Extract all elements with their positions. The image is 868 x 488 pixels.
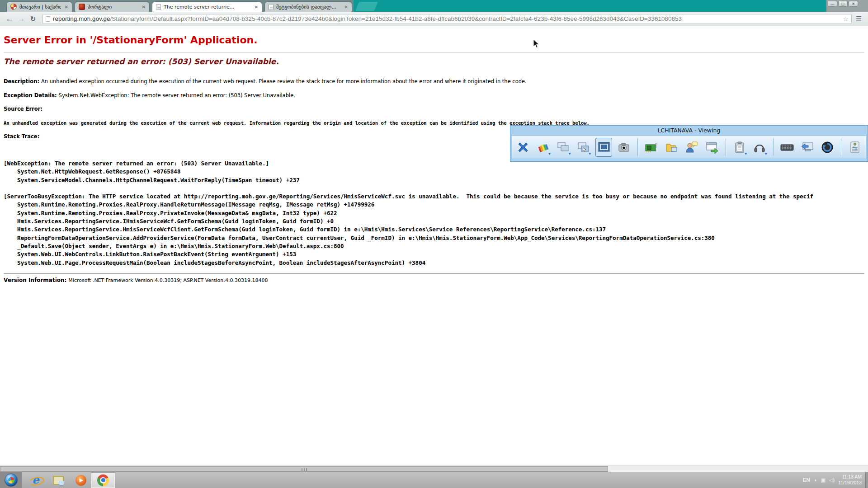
window-mode-button[interactable]: ▼: [555, 138, 572, 157]
toolbar-separator: [637, 138, 638, 156]
window-controls: — ▢ ✕: [828, 1, 858, 7]
clipboard-button[interactable]: ▼: [731, 138, 748, 157]
language-indicator[interactable]: EN: [803, 477, 810, 483]
new-tab-button[interactable]: [355, 2, 378, 11]
tab-shetyobinebis[interactable]: შეტყობინების დათვალ... ✕: [264, 1, 352, 12]
system-tray: EN ▲ ▣ ◁) 11:13 AM 11/19/2013: [803, 472, 865, 488]
portal-favicon: [79, 4, 85, 10]
tab-portali[interactable]: პორტალი ✕: [75, 1, 150, 12]
forward-icon[interactable]: →: [15, 14, 27, 23]
toolbar-separator: [773, 138, 774, 156]
exception-line: Exception Details:System.Net.WebExceptio…: [4, 92, 864, 99]
tab-title: The remote server returne...: [164, 4, 251, 10]
error-subtitle: The remote server returned an error: (50…: [4, 57, 864, 66]
remote-viewer-toolbar: LCHITANAVA - Viewing ▼ ▼: [510, 125, 868, 162]
disconnect-icon: [517, 141, 529, 154]
taskbar: e ▶: [0, 472, 868, 488]
file-transfer-button[interactable]: [663, 138, 680, 157]
taskbar-item-internet-explorer[interactable]: e: [26, 472, 45, 488]
bookmark-star-icon[interactable]: ☆: [843, 15, 849, 23]
taskbar-item-chrome-active[interactable]: [91, 473, 115, 488]
tab-remote-server-error[interactable]: The remote server returne... ✕: [152, 1, 262, 12]
taskbar-item-media-player[interactable]: ▶: [71, 472, 90, 488]
tab-close-icon[interactable]: ✕: [64, 5, 69, 9]
description-line: Description:An unhandled exception occur…: [4, 78, 864, 84]
stretch-mode-button[interactable]: ▼: [575, 138, 592, 157]
fullscreen-button[interactable]: [595, 138, 613, 157]
reload-icon[interactable]: ↻: [27, 15, 39, 23]
divider: [4, 273, 864, 274]
page-icon: [46, 16, 50, 22]
show-desktop-button[interactable]: [865, 472, 868, 488]
keyboard-button[interactable]: [778, 138, 796, 157]
reconnect-button[interactable]: [819, 138, 836, 157]
tab-strip-background: [354, 0, 826, 12]
chat-icon: [685, 141, 698, 154]
page-title: Server Error in '/StationaryForm' Applic…: [4, 34, 864, 46]
viewer-title: LCHITANAVA - Viewing: [510, 126, 868, 135]
settings-button[interactable]: [846, 138, 863, 157]
description-text: An unhandled exception occurred during t…: [41, 78, 527, 84]
scrollbar-grip: [302, 468, 307, 471]
disconnect-button[interactable]: [514, 138, 532, 157]
dropdown-arrow-icon: ▼: [588, 152, 592, 156]
blank-page-favicon: [156, 4, 161, 10]
tab-mtavari[interactable]: მთავარი | საქართველ... ✕: [6, 1, 72, 12]
tab-title: პორტალი: [88, 4, 138, 10]
taskbar-item-remote-app[interactable]: [49, 472, 68, 488]
settings-icon: [849, 141, 860, 154]
reconnect-icon: [821, 141, 834, 154]
toolbar-separator: [726, 138, 726, 156]
browser-tab-strip: მთავარი | საქართველ... ✕ პორტალი ✕ The r…: [0, 0, 868, 12]
chrome-menu-icon[interactable]: ☰: [852, 15, 865, 23]
horizontal-scrollbar[interactable]: [0, 465, 868, 472]
hardware-info-button[interactable]: [643, 138, 660, 157]
tab-title: მთავარი | საქართველ...: [19, 4, 61, 10]
stack-trace: [WebException: The remote server returne…: [4, 160, 868, 267]
chat-button[interactable]: [684, 138, 701, 157]
color-quality-button[interactable]: ▼: [535, 138, 552, 157]
tab-close-icon[interactable]: ✕: [344, 5, 349, 9]
blank-page-favicon: [269, 4, 274, 10]
audio-button[interactable]: ▼: [751, 138, 769, 157]
media-player-icon: ▶: [75, 475, 86, 486]
minimize-button[interactable]: —: [828, 1, 837, 7]
send-message-button[interactable]: [703, 138, 721, 157]
start-button[interactable]: [0, 472, 22, 488]
version-text: Microsoft .NET Framework Version:4.0.303…: [68, 277, 268, 283]
dropdown-arrow-icon: ▼: [744, 152, 748, 156]
scrollbar-thumb[interactable]: [0, 466, 608, 472]
tab-title: შეტყობინების დათვალ...: [276, 4, 341, 10]
back-icon[interactable]: ←: [4, 14, 15, 23]
version-label: Version Information:: [4, 277, 68, 283]
georgia-emblem-favicon: [10, 4, 17, 10]
clock-date: 11/19/2013: [838, 480, 862, 486]
toolbar-separator: [841, 138, 841, 156]
dropdown-arrow-icon: ▼: [764, 152, 768, 156]
stack-trace-label: Stack Trace:: [4, 133, 41, 140]
send-keys-button[interactable]: [799, 138, 816, 157]
clock[interactable]: 11:13 AM 11/19/2013: [838, 474, 865, 486]
maximize-button[interactable]: ▢: [838, 1, 848, 7]
url-text[interactable]: reporting.moh.gov.ge/Stationaryform/Defa…: [53, 15, 840, 22]
keyboard-icon: [780, 141, 794, 154]
close-button[interactable]: ✕: [849, 1, 858, 7]
version-line: Version Information:Microsoft .NET Frame…: [4, 277, 864, 283]
tab-close-icon[interactable]: ✕: [254, 5, 259, 9]
description-label: Description:: [4, 78, 41, 84]
tray-expand-icon[interactable]: ▲: [814, 478, 817, 482]
divider: [4, 52, 864, 52]
screenshot-button[interactable]: [615, 138, 632, 157]
chrome-icon: [97, 474, 109, 486]
browser-toolbar: ← → ↻ reporting.moh.gov.ge/Stationaryfor…: [0, 12, 868, 26]
volume-tray-icon[interactable]: ◁): [829, 477, 835, 483]
send-message-icon: [705, 141, 719, 154]
fullscreen-icon: [598, 141, 610, 153]
url-bar[interactable]: reporting.moh.gov.ge/Stationaryform/Defa…: [42, 14, 852, 24]
camera-icon: [618, 141, 630, 154]
mouse-cursor: [533, 39, 542, 49]
display-tray-icon[interactable]: ▣: [821, 477, 826, 483]
tab-close-icon[interactable]: ✕: [141, 5, 146, 9]
dropdown-arrow-icon: ▼: [547, 152, 551, 156]
clock-time: 11:13 AM: [838, 474, 862, 480]
